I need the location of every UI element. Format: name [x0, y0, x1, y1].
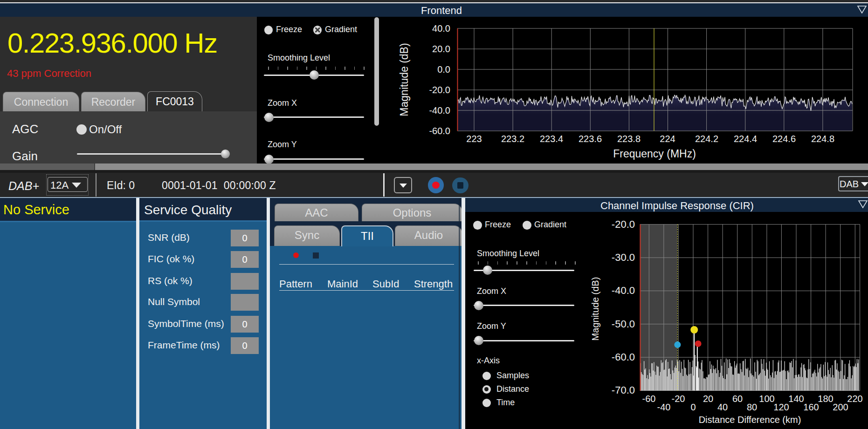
svg-text:220: 220 [847, 394, 862, 404]
svg-text:0.0: 0.0 [437, 64, 450, 75]
svg-text:-20: -20 [672, 394, 685, 404]
svg-text:-60: -60 [642, 394, 656, 404]
svg-text:-30.0: -30.0 [612, 252, 635, 263]
svg-text:Frequency (MHz): Frequency (MHz) [613, 148, 696, 160]
svg-text:40: 40 [717, 402, 728, 412]
svg-text:180: 180 [818, 394, 833, 404]
svg-text:224.2: 224.2 [695, 134, 718, 144]
svg-text:Magnitude (dB): Magnitude (dB) [398, 43, 410, 116]
svg-text:224.8: 224.8 [811, 134, 834, 144]
svg-text:224.6: 224.6 [772, 134, 796, 144]
svg-text:40.0: 40.0 [432, 23, 450, 34]
svg-text:Distance Difference (km): Distance Difference (km) [699, 415, 801, 425]
svg-text:60: 60 [732, 394, 743, 404]
svg-text:223.6: 223.6 [579, 134, 602, 144]
svg-text:224.4: 224.4 [734, 134, 757, 144]
svg-text:Magnitude (dB): Magnitude (dB) [590, 277, 600, 341]
svg-text:120: 120 [773, 402, 789, 412]
svg-text:223: 223 [466, 134, 482, 144]
svg-text:223.4: 223.4 [540, 134, 563, 144]
svg-text:80: 80 [747, 402, 757, 412]
svg-text:-20.0: -20.0 [429, 85, 450, 95]
svg-text:-60.0: -60.0 [612, 351, 635, 363]
svg-text:-20.0: -20.0 [612, 218, 635, 230]
svg-text:140: 140 [788, 394, 804, 404]
svg-text:-40.0: -40.0 [429, 105, 450, 116]
svg-text:-40: -40 [657, 402, 671, 412]
svg-text:20.0: 20.0 [432, 44, 450, 54]
svg-text:-40.0: -40.0 [612, 285, 635, 296]
svg-text:-50.0: -50.0 [612, 318, 635, 330]
svg-text:20: 20 [703, 394, 713, 404]
svg-text:0: 0 [690, 402, 696, 412]
svg-text:160: 160 [803, 402, 819, 412]
svg-text:223.8: 223.8 [617, 134, 641, 144]
svg-text:-70.0: -70.0 [612, 384, 635, 396]
svg-text:200: 200 [833, 402, 848, 412]
svg-text:224: 224 [660, 134, 675, 144]
svg-text:-60.0: -60.0 [429, 126, 450, 136]
svg-text:100: 100 [759, 394, 774, 404]
svg-text:223.2: 223.2 [501, 134, 524, 144]
